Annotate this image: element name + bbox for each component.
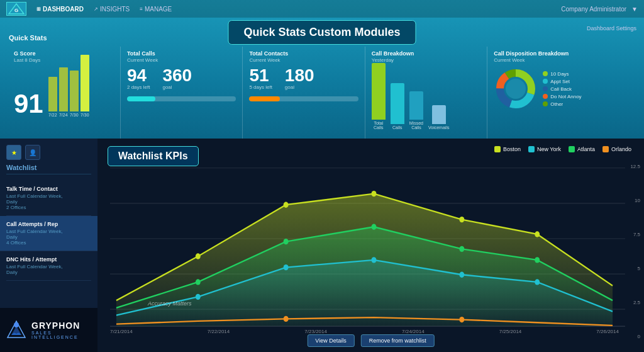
- total-contacts-progress: [249, 96, 358, 101]
- chart-legend: Boston New York Atlanta Orlando: [494, 146, 631, 152]
- g-bar-4: 7/30: [80, 55, 89, 117]
- donut-chart: [494, 67, 538, 111]
- kpi-item-dnc-hits[interactable]: DNC Hits / Attempt Last Full Calendar We…: [6, 251, 91, 281]
- legend-items: 10 Days Appt Set Call Back Do Not Annoy: [543, 71, 581, 107]
- svg-point-21: [459, 217, 464, 222]
- line-chart-svg: [97, 139, 644, 352]
- stats-row: G Score Last 8 Days 91 7/22 7/24 7/30: [8, 47, 636, 147]
- total-contacts-title: Total Contacts: [249, 50, 358, 57]
- bbar-calls: Calls: [391, 83, 404, 130]
- total-calls-block: Total Calls Current Week 94 2 days left …: [121, 47, 243, 147]
- total-calls-progress: [127, 96, 236, 101]
- call-breakdown-block: Call Breakdown Yesterday TotalCalls Call…: [365, 47, 487, 147]
- bbar-voicemails: Voicemails: [428, 105, 449, 130]
- legend-orlando: Orlando: [602, 146, 631, 152]
- g-score-block: G Score Last 8 Days 91 7/22 7/24 7/30: [8, 47, 121, 147]
- total-contacts-days-left: 5 days left: [249, 84, 272, 90]
- g-bar-1: 7/22: [48, 77, 57, 117]
- legend-atlanta: Atlanta: [569, 146, 595, 152]
- logo-area: G: [6, 2, 26, 16]
- company-label: Company Administrator: [561, 6, 626, 13]
- legend-appt-set: Appt Set: [543, 79, 581, 84]
- total-contacts-current: 51: [249, 67, 272, 84]
- chart-area: Watchlist KPIs Boston New York Atlanta O…: [97, 139, 644, 352]
- sidebar-star-btn[interactable]: ★: [6, 145, 21, 160]
- remove-watchlist-button[interactable]: Remove from watchlist: [361, 334, 435, 347]
- gryphon-text: GRYPHON SALES INTELLIGENCE: [31, 321, 92, 339]
- sidebar-person-btn[interactable]: 👤: [25, 145, 40, 160]
- call-breakdown-subtitle: Yesterday: [372, 57, 480, 63]
- svg-point-22: [535, 231, 540, 237]
- chevron-down-icon: ▼: [631, 6, 638, 13]
- sidebar-icons: ★ 👤: [6, 145, 91, 160]
- svg-point-33: [284, 316, 289, 322]
- sidebar-heading: Watchlist: [6, 164, 91, 174]
- chart-buttons: View Details Remove from watchlist: [307, 334, 434, 347]
- svg-point-24: [284, 239, 289, 244]
- disposition-content: 10 Days Appt Set Call Back Do Not Annoy: [494, 67, 630, 111]
- svg-point-11: [14, 322, 19, 327]
- sidebar: ★ 👤 Watchlist Talk Time / Contact Last F…: [0, 139, 97, 352]
- legend-do-not-annoy: Do Not Annoy: [543, 94, 581, 99]
- svg-point-27: [535, 257, 540, 263]
- svg-point-8: [506, 79, 526, 99]
- view-details-button[interactable]: View Details: [307, 334, 354, 347]
- legend-call-back: Call Back: [543, 86, 581, 92]
- call-breakdown-bars: TotalCalls Calls MissedCalls Voicemails: [372, 67, 480, 130]
- svg-point-18: [196, 253, 201, 259]
- dashboard-icon: ⊞: [36, 6, 41, 12]
- total-calls-subtitle: Current Week: [127, 57, 236, 63]
- g-score-bars: 7/22 7/24 7/30 7/30: [48, 67, 89, 117]
- manage-icon: ≡: [140, 6, 143, 12]
- accuracy-label: Accuracy Matters: [148, 300, 192, 307]
- svg-point-30: [371, 257, 376, 263]
- svg-point-31: [459, 272, 464, 278]
- total-contacts-goal: 180: [285, 67, 314, 84]
- total-calls-goal-label: goal: [162, 84, 192, 90]
- legend-other: Other: [543, 101, 581, 107]
- header-bar: G ⊞ DASHBOARD ↗ INSIGHTS ≡ MANAGE Compan…: [0, 0, 644, 18]
- svg-text:G: G: [14, 8, 18, 13]
- call-disposition-title: Call Disposition Breakdown: [494, 50, 630, 57]
- x-axis-labels: 7/21/2014 7/22/2014 7/23/2014 7/24/2014 …: [110, 329, 619, 334]
- svg-point-26: [459, 246, 464, 252]
- call-disposition-block: Call Disposition Breakdown Current Week: [487, 47, 636, 147]
- total-contacts-subtitle: Current Week: [249, 57, 358, 63]
- gryphon-logo-icon: G: [6, 2, 26, 16]
- svg-point-34: [459, 317, 464, 322]
- legend-newyork: New York: [528, 146, 561, 152]
- gryphon-icon: [5, 319, 28, 341]
- kpi-item-call-attempts[interactable]: Call Attempts / Rep Last Full Calendar W…: [0, 216, 97, 251]
- watchlist-kpi-badge: Watchlist KPIs: [108, 146, 199, 166]
- g-bar-3: 7/30: [70, 71, 79, 117]
- total-contacts-goal-label: goal: [285, 84, 314, 90]
- svg-point-32: [535, 279, 540, 285]
- g-score-value: 91: [14, 91, 43, 117]
- nav-items: ⊞ DASHBOARD ↗ INSIGHTS ≡ MANAGE: [36, 6, 172, 13]
- header-right: Company Administrator ▼: [561, 6, 638, 13]
- g-score-title: G Score: [14, 50, 114, 57]
- bbar-total-calls: TotalCalls: [372, 63, 386, 130]
- dashboard-settings-link[interactable]: Dashboard Settings: [587, 25, 636, 31]
- svg-point-20: [371, 191, 376, 196]
- svg-point-28: [196, 294, 201, 300]
- nav-dashboard[interactable]: ⊞ DASHBOARD: [36, 6, 84, 13]
- gryphon-logo: GRYPHON SALES INTELLIGENCE: [0, 308, 97, 352]
- modal-title: Quick Stats Custom Modules: [228, 20, 416, 45]
- total-calls-days-left: 2 days left: [127, 84, 150, 90]
- call-disposition-subtitle: Current Week: [494, 57, 630, 63]
- bbar-missed-calls: MissedCalls: [409, 91, 423, 130]
- legend-10days: 10 Days: [543, 71, 581, 77]
- total-calls-current: 94: [127, 67, 150, 84]
- nav-manage[interactable]: ≡ MANAGE: [140, 6, 172, 13]
- svg-point-23: [196, 279, 201, 285]
- top-section: G ⊞ DASHBOARD ↗ INSIGHTS ≡ MANAGE Compan…: [0, 0, 644, 139]
- total-calls-title: Total Calls: [127, 50, 236, 57]
- legend-boston: Boston: [494, 146, 521, 152]
- kpi-item-talk-time[interactable]: Talk Time / Contact Last Full Calendar W…: [6, 181, 91, 216]
- svg-point-29: [284, 264, 289, 270]
- svg-point-25: [371, 224, 376, 230]
- g-score-subtitle: Last 8 Days: [14, 57, 114, 63]
- nav-insights[interactable]: ↗ INSIGHTS: [94, 6, 130, 13]
- call-breakdown-title: Call Breakdown: [372, 50, 480, 57]
